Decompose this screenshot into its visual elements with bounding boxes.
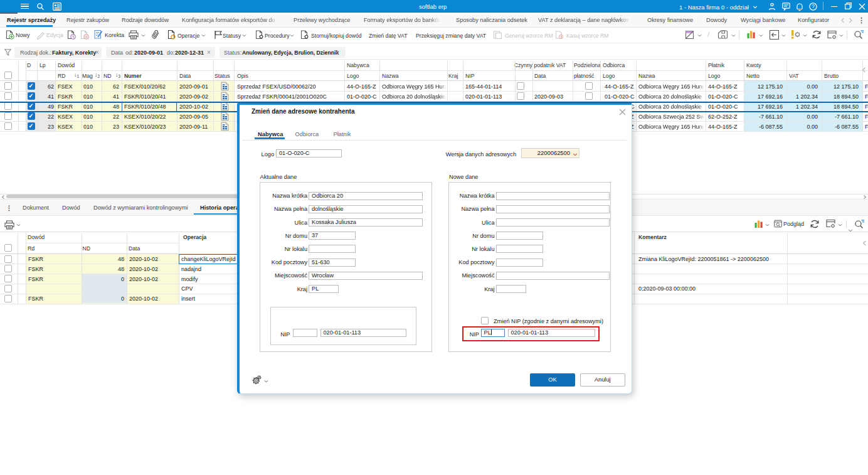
svg-text:?: ? (812, 3, 815, 9)
